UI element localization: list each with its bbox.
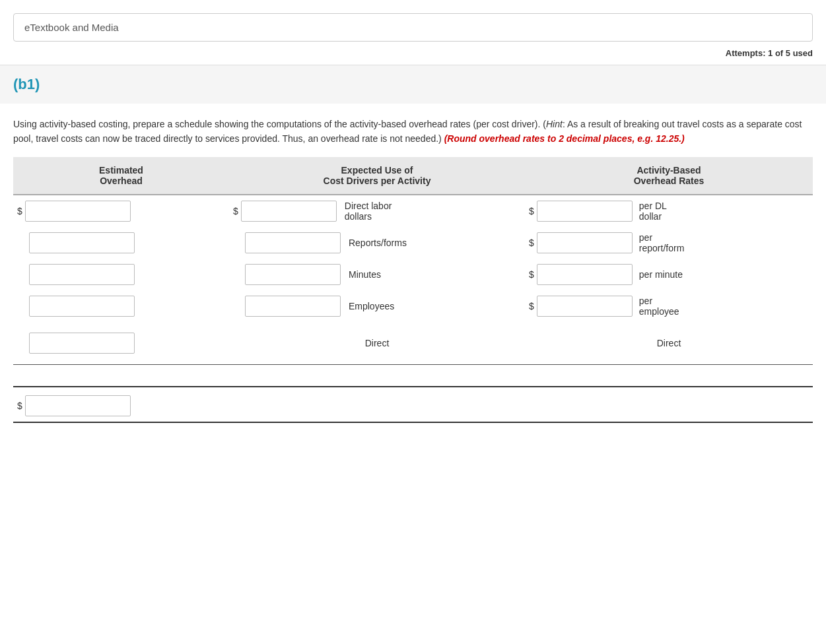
table-row: Employees $ peremployee (13, 290, 813, 322)
top-bar-label: eTextbook and Media (24, 22, 119, 33)
estimated-input-direct[interactable] (29, 333, 135, 354)
col-header-estimated: EstimatedOverhead (13, 157, 229, 195)
estimated-input-3[interactable] (29, 264, 135, 285)
per-label-3: per minute (635, 269, 683, 280)
total-row (13, 364, 813, 387)
instruction-hint-red: (Round overhead rates to 2 decimal place… (444, 133, 685, 144)
expected-input-2[interactable] (245, 232, 341, 253)
rate-input-1[interactable] (537, 201, 633, 222)
table-row: Reports/forms $ perreport/form (13, 227, 813, 259)
col-header-expected: Expected Use ofCost Drivers per Activity (229, 157, 525, 195)
driver-label-4: Employees (343, 301, 394, 311)
top-bar: eTextbook and Media (13, 13, 813, 42)
expected-input-1[interactable] (241, 201, 337, 222)
direct-col2-label: Direct (365, 338, 390, 348)
estimated-input-4[interactable] (29, 296, 135, 317)
per-label-4: peremployee (635, 296, 679, 317)
overhead-table: EstimatedOverhead Expected Use ofCost Dr… (13, 157, 813, 423)
expected-input-3[interactable] (245, 264, 341, 285)
rate-input-4[interactable] (537, 296, 633, 317)
rate-input-3[interactable] (537, 264, 633, 285)
expected-input-4[interactable] (245, 296, 341, 317)
table-wrapper: EstimatedOverhead Expected Use ofCost Dr… (0, 157, 826, 443)
total-input[interactable] (25, 395, 131, 416)
col-header-activity: Activity-BasedOverhead Rates (525, 157, 813, 195)
dollar-sign-rate-1: $ (529, 206, 534, 216)
grand-total-row: $ (13, 387, 813, 422)
estimated-input-2[interactable] (29, 232, 135, 253)
attempts-text: Attempts: 1 of 5 used (0, 48, 826, 58)
section-header: (b1) (0, 65, 826, 104)
driver-label-3: Minutes (343, 269, 381, 280)
dollar-sign-rate-2: $ (529, 238, 534, 248)
dollar-sign-exp-1: $ (233, 206, 238, 216)
instructions-block: Using activity-based costing, prepare a … (0, 104, 826, 157)
section-title: (b1) (13, 76, 40, 92)
dollar-sign-rate-3: $ (529, 269, 534, 280)
table-row: $ $ Direct labordollars $ per DLd (13, 195, 813, 227)
dollar-sign-total: $ (17, 401, 22, 411)
driver-label-2: Reports/forms (343, 238, 407, 248)
direct-row: Direct Direct (13, 322, 813, 365)
direct-col3-label: Direct (657, 338, 681, 348)
per-label-2: perreport/form (635, 232, 684, 253)
estimated-input-1[interactable] (25, 201, 131, 222)
dollar-sign-rate-4: $ (529, 301, 534, 311)
per-label-1: per DLdollar (635, 201, 667, 222)
rate-input-2[interactable] (537, 232, 633, 253)
driver-label-1: Direct labordollars (339, 201, 392, 222)
table-row: Minutes $ per minute (13, 259, 813, 290)
dollar-sign-est-1: $ (17, 206, 22, 216)
